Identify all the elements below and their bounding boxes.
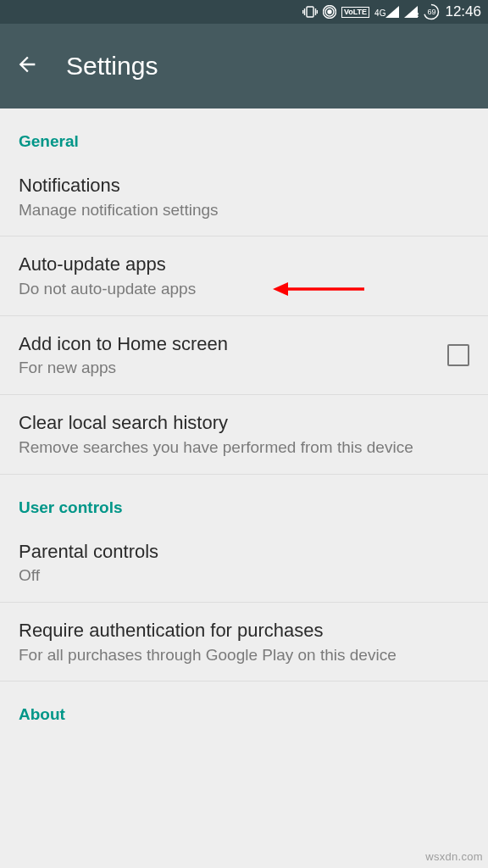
clock-text: 12:46 (445, 3, 481, 20)
checkbox[interactable] (447, 344, 469, 366)
item-title: Auto-update apps (19, 252, 469, 277)
vibrate-icon (302, 6, 318, 18)
svg-point-5 (328, 10, 331, 14)
item-title: Clear local search history (19, 410, 469, 436)
section-header-general: General (0, 108, 488, 158)
roaming-label: R (414, 11, 419, 19)
item-title: Require authentication for purchases (19, 618, 469, 643)
item-subtitle: Do not auto-update apps (19, 279, 469, 300)
status-bar: VoLTE 4G R 69 12:46 (0, 0, 488, 24)
item-add-icon[interactable]: Add icon to Home screen For new apps (0, 316, 488, 395)
svg-marker-8 (385, 6, 399, 18)
item-title: Notifications (19, 173, 469, 198)
item-title: Parental controls (19, 539, 469, 565)
svg-rect-0 (307, 7, 313, 17)
item-subtitle: Manage notification settings (19, 200, 469, 221)
item-auto-update[interactable]: Auto-update apps Do not auto-update apps (0, 236, 488, 315)
signal-2-icon: R (404, 6, 418, 18)
section-header-user-controls: User controls (0, 475, 488, 524)
item-subtitle: For all purchases through Google Play on… (19, 645, 469, 666)
item-title: Add icon to Home screen (19, 331, 430, 357)
app-bar: Settings (0, 24, 488, 108)
signal-1-icon: 4G (374, 6, 399, 18)
item-parental-controls[interactable]: Parental controls Off (0, 524, 488, 603)
item-subtitle: For new apps (19, 358, 430, 379)
watermark: wsxdn.com (425, 850, 483, 863)
settings-list: General Notifications Manage notificatio… (0, 108, 488, 731)
battery-percent: 69 (423, 3, 440, 20)
back-icon[interactable] (15, 53, 39, 80)
page-title: Settings (66, 52, 158, 81)
hotspot-icon (323, 5, 336, 19)
item-clear-history[interactable]: Clear local search history Remove search… (0, 395, 488, 474)
battery-icon: 69 (423, 3, 440, 20)
item-require-auth[interactable]: Require authentication for purchases For… (0, 603, 488, 682)
network-label: 4G (374, 8, 385, 18)
item-subtitle: Remove searches you have performed from … (19, 437, 469, 459)
volte-indicator: VoLTE (341, 7, 369, 18)
item-subtitle: Off (19, 565, 469, 587)
item-notifications[interactable]: Notifications Manage notification settin… (0, 158, 488, 236)
section-header-about: About (0, 682, 488, 731)
